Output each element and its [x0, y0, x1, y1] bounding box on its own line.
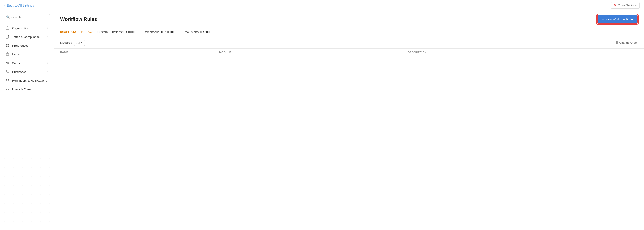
- col-module: MODULE: [213, 49, 402, 56]
- reminders-chevron-icon: ›: [47, 79, 48, 82]
- stat-custom-functions-value: 0 / 10000: [124, 30, 136, 34]
- svg-point-8: [7, 64, 8, 64]
- sidebar: 🔍 Organization ›: [0, 11, 54, 230]
- new-rule-button-label: New Workflow Rule: [606, 17, 633, 21]
- sidebar-item-reminders[interactable]: Reminders & Notifications ›: [2, 76, 52, 85]
- table-header-row: NAME MODULE DESCRIPTION: [54, 49, 644, 56]
- sales-chevron-icon: ›: [47, 61, 48, 65]
- sales-icon: [6, 61, 10, 65]
- stat-email-alerts: Email Alerts: 0 / 500: [183, 30, 210, 34]
- purchases-chevron-icon: ›: [47, 70, 48, 73]
- change-order-button[interactable]: ⠿ Change Order: [616, 41, 638, 45]
- sidebar-users-label: Users & Roles: [12, 88, 32, 91]
- sidebar-item-users[interactable]: Users & Roles ›: [2, 85, 52, 93]
- items-chevron-icon: ›: [47, 53, 48, 56]
- stat-email-alerts-value: 0 / 500: [200, 30, 210, 34]
- sidebar-item-purchases[interactable]: Purchases ›: [2, 67, 52, 76]
- organization-chevron-icon: ›: [47, 26, 48, 29]
- sidebar-items-label: Items: [12, 53, 20, 56]
- search-container: 🔍: [0, 11, 54, 23]
- search-input[interactable]: [12, 15, 48, 19]
- stat-custom-functions: Custom Functions: 0 / 10000: [98, 30, 136, 34]
- grid-dots-icon: ⠿: [616, 41, 618, 45]
- taxes-chevron-icon: ›: [47, 35, 48, 38]
- workflow-rules-table: NAME MODULE DESCRIPTION: [54, 49, 644, 56]
- page-title: Workflow Rules: [60, 16, 97, 22]
- sidebar-item-taxes[interactable]: Taxes & Compliance ›: [2, 32, 52, 41]
- stat-webhooks-value: 0 / 10000: [161, 30, 174, 34]
- users-chevron-icon: ›: [47, 88, 48, 91]
- plus-icon: +: [602, 17, 604, 21]
- table-container: NAME MODULE DESCRIPTION: [54, 49, 644, 230]
- svg-point-9: [8, 64, 8, 64]
- sidebar-preferences-label: Preferences: [12, 44, 28, 47]
- organization-icon: [6, 26, 10, 30]
- sidebar-reminders-label: Reminders & Notifications: [12, 79, 47, 82]
- taxes-icon: [6, 35, 10, 39]
- svg-point-7: [7, 45, 8, 46]
- sidebar-taxes-label: Taxes & Compliance: [12, 35, 40, 38]
- search-icon: 🔍: [6, 15, 10, 19]
- sidebar-item-preferences[interactable]: Preferences ›: [2, 41, 52, 50]
- usage-stats-label: USAGE STATS (per day): [60, 30, 93, 34]
- svg-rect-11: [8, 73, 8, 73]
- per-day-label: (per day): [80, 31, 94, 33]
- svg-point-12: [7, 88, 8, 89]
- preferences-chevron-icon: ›: [47, 44, 48, 47]
- items-icon: [6, 52, 10, 56]
- sidebar-item-organization[interactable]: Organization ›: [2, 24, 52, 32]
- main-layout: 🔍 Organization ›: [0, 11, 644, 230]
- module-select-value: All: [76, 41, 80, 44]
- table-header: NAME MODULE DESCRIPTION: [54, 49, 644, 56]
- sidebar-nav: Organization › Taxes & Com: [0, 23, 54, 230]
- close-settings-label: Close Settings: [618, 3, 636, 7]
- content-area: Workflow Rules + New Workflow Rule USAGE…: [54, 11, 644, 230]
- search-wrapper[interactable]: 🔍: [4, 14, 50, 20]
- close-x-icon: ✕: [614, 3, 616, 7]
- new-workflow-rule-button[interactable]: + New Workflow Rule: [597, 15, 638, 24]
- usage-stats-bar: USAGE STATS (per day) Custom Functions: …: [54, 27, 644, 37]
- col-description: DESCRIPTION: [402, 49, 644, 56]
- svg-rect-0: [6, 27, 9, 29]
- stat-webhooks: Webhooks: 0 / 10000: [145, 30, 174, 34]
- purchases-icon: [6, 70, 10, 74]
- back-label: Back to All Settings: [7, 3, 34, 7]
- reminders-icon: [6, 78, 10, 82]
- module-select-dropdown[interactable]: All ▾: [74, 40, 85, 46]
- module-filter: Module : All ▾: [60, 40, 85, 46]
- close-settings-button[interactable]: ✕ Close Settings: [611, 2, 640, 8]
- top-bar: ‹ Back to All Settings ✕ Close Settings: [0, 0, 644, 11]
- content-header: Workflow Rules + New Workflow Rule: [54, 11, 644, 27]
- sidebar-item-items[interactable]: Items ›: [2, 50, 52, 58]
- sidebar-item-sales[interactable]: Sales ›: [2, 59, 52, 67]
- dropdown-arrow-icon: ▾: [81, 41, 82, 44]
- preferences-icon: [6, 43, 10, 47]
- sidebar-organization-label: Organization: [12, 26, 30, 30]
- sidebar-sales-label: Sales: [12, 61, 20, 65]
- col-name: NAME: [54, 49, 213, 56]
- sidebar-purchases-label: Purchases: [12, 70, 26, 73]
- back-chevron-icon: ‹: [4, 3, 6, 7]
- module-filter-label: Module :: [60, 41, 72, 44]
- back-to-settings-link[interactable]: ‹ Back to All Settings: [4, 3, 34, 7]
- svg-rect-10: [7, 73, 7, 73]
- filter-bar: Module : All ▾ ⠿ Change Order: [54, 37, 644, 49]
- users-icon: [6, 87, 10, 91]
- change-order-label: Change Order: [619, 41, 638, 44]
